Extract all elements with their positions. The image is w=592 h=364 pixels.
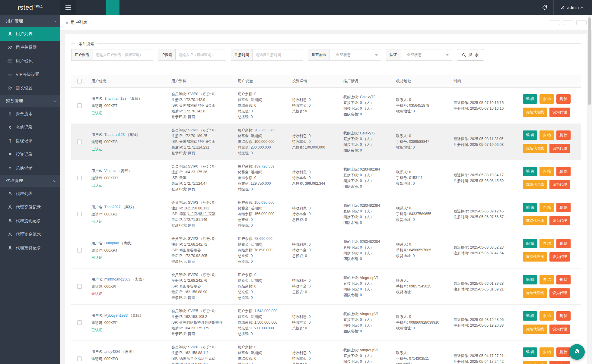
username-link[interactable]: Tuantran123 (104, 133, 125, 137)
row-checkbox[interactable] (77, 176, 82, 180)
row-checkbox[interactable] (77, 212, 82, 216)
sidebar-item-invest-records[interactable]: ⚑ 投资记录 (0, 148, 60, 161)
nav-tab-system-report[interactable] (80, 0, 93, 15)
balance-link[interactable]: 139.726.559 (254, 164, 275, 168)
row-checkbox[interactable] (77, 140, 82, 144)
set-agent-button[interactable]: 设为代理 (549, 361, 570, 364)
balance-link[interactable]: 1.648.000.000 (254, 309, 278, 313)
delete-button[interactable]: 删 除 (556, 167, 571, 176)
row-checkbox[interactable] (77, 284, 82, 289)
freeze-button[interactable]: 冻 结 (539, 311, 554, 321)
nav-tab-reward-management[interactable] (133, 0, 146, 15)
sidebar-item-agent-management[interactable]: 代理管理 (0, 175, 60, 187)
freeze-button[interactable]: 冻 结 (539, 130, 554, 140)
sidebar-item-agent-list[interactable]: 代理列表 (0, 187, 60, 200)
nav-tab-project-management[interactable] (93, 0, 106, 15)
sidebar-item-withdraw-records[interactable]: ₹ 提现记录 (0, 134, 60, 148)
nav-tab-user-center[interactable] (106, 0, 119, 15)
edit-button[interactable]: 编 辑 (523, 203, 537, 212)
search-button[interactable]: 搜 索 (457, 49, 484, 61)
edit-button[interactable]: 编 辑 (523, 130, 537, 140)
delete-button[interactable]: 删 除 (556, 311, 571, 321)
username-link[interactable]: MyDuyen1983 (104, 313, 128, 318)
row-checkbox[interactable] (77, 103, 82, 108)
set-agent-button[interactable]: 设为代理 (549, 180, 570, 189)
notification-float-button[interactable] (569, 344, 585, 360)
sidebar-item-recharge-records[interactable]: ₹ 充值记录 (0, 121, 60, 134)
sidebar-item-vip-level-settings[interactable]: ☆ VIP等级设置 (0, 68, 60, 81)
refresh-icon[interactable] (536, 0, 553, 15)
freeze-agent-line-button[interactable]: 冻结代理线 (523, 252, 547, 262)
username-link[interactable]: minhhoang2503 (104, 277, 130, 281)
menu-toggle-icon[interactable] (60, 0, 76, 15)
set-agent-button[interactable]: 设为代理 (549, 108, 570, 117)
edit-button[interactable]: 编 辑 (523, 239, 537, 248)
freeze-button[interactable]: 冻 结 (539, 167, 554, 176)
row-checkbox[interactable] (77, 248, 82, 253)
row-checkbox[interactable] (77, 356, 82, 361)
freeze-agent-line-button[interactable]: 冻结代理线 (523, 325, 547, 334)
frozen-select[interactable]: -- 全部状态 -- (329, 49, 381, 61)
delete-button[interactable]: 删 除 (556, 347, 571, 357)
sidebar-item-user-relations[interactable]: 用户关系网 (0, 41, 60, 54)
username-link[interactable]: Vinghia (104, 169, 116, 173)
freeze-agent-line-button[interactable]: 冻结代理线 (523, 288, 547, 298)
auth-select[interactable]: -- 全部状态 -- (400, 49, 452, 61)
freeze-user-button[interactable] (563, 20, 573, 25)
edit-button[interactable]: 编 辑 (523, 94, 537, 104)
balance-link[interactable]: 0 (254, 273, 256, 277)
delete-button[interactable]: 删 除 (556, 94, 571, 104)
edit-button[interactable]: 编 辑 (523, 275, 537, 284)
scrollbar-track[interactable] (588, 15, 591, 364)
freeze-agent-line-button[interactable]: 冻结代理线 (523, 361, 547, 364)
sidebar-item-user-list[interactable]: 用户列表 (0, 27, 60, 41)
select-all-checkbox[interactable] (77, 79, 82, 83)
sidebar-item-agent-invest-records[interactable]: 代理投资记录 (0, 241, 60, 255)
sidebar-item-user-management[interactable]: 用户管理 (0, 15, 60, 27)
username-link[interactable]: andy4386 (104, 350, 120, 354)
delete-button[interactable]: 删 除 (556, 275, 571, 284)
nav-tab-info-management[interactable] (119, 0, 133, 15)
username-link[interactable]: Dungdao (104, 241, 119, 245)
set-agent-button[interactable]: 设为代理 (549, 288, 570, 298)
ip-search-input[interactable] (175, 49, 226, 61)
add-user-button[interactable] (550, 20, 560, 25)
balance-link[interactable]: 0 (254, 92, 256, 96)
freeze-button[interactable]: 冻 结 (539, 94, 554, 104)
balance-link[interactable]: 156.090.000 (254, 200, 275, 205)
sidebar-item-agent-withdraw-records[interactable]: 代理提现记录 (0, 214, 60, 228)
freeze-button[interactable]: 冻 结 (539, 239, 554, 248)
nav-tab-system-management[interactable] (159, 0, 173, 15)
delete-button[interactable]: 删 除 (556, 203, 571, 212)
freeze-button[interactable]: 冻 结 (539, 203, 554, 212)
username-link[interactable]: Thao2027 (104, 205, 121, 209)
account-search-input[interactable] (93, 49, 153, 61)
admin-menu[interactable]: admin (553, 0, 592, 15)
set-agent-button[interactable]: 设为代理 (549, 252, 570, 262)
scrollbar-thumb[interactable] (588, 17, 591, 105)
freeze-button[interactable]: 冻 结 (539, 347, 554, 357)
freeze-agent-line-button[interactable]: 冻结代理线 (523, 180, 547, 189)
sidebar-item-leader-settings[interactable]: 团长设置 (0, 81, 60, 95)
delete-button[interactable]: 删 除 (556, 239, 571, 248)
sidebar-item-agent-fund-flow[interactable]: 代理资金流水 (0, 228, 60, 241)
row-checkbox[interactable] (77, 320, 82, 325)
set-agent-button[interactable]: 设为代理 (549, 325, 570, 334)
sidebar-item-finance-management[interactable]: 财务管理 (0, 95, 60, 107)
freeze-agent-line-button[interactable]: 冻结代理线 (523, 216, 547, 225)
edit-button[interactable]: 编 辑 (523, 311, 537, 321)
username-link[interactable]: Thanhlam123 (104, 96, 126, 101)
set-agent-button[interactable]: 设为代理 (549, 216, 570, 225)
nav-tab-yuebao[interactable] (146, 0, 159, 15)
sidebar-item-user-wallet[interactable]: 用户钱包 (0, 54, 60, 68)
delete-button[interactable]: 删 除 (556, 130, 571, 140)
freeze-button[interactable]: 冻 结 (539, 275, 554, 284)
edit-button[interactable]: 编 辑 (523, 347, 537, 357)
balance-link[interactable]: 78.690.000 (254, 237, 272, 241)
sidebar-item-exchange-records[interactable]: ≡ 兑换记录 (0, 161, 60, 175)
sidebar-item-fund-flow[interactable]: ฿ 资金流水 (0, 107, 60, 121)
delete-user-button[interactable] (576, 20, 587, 25)
edit-button[interactable]: 编 辑 (523, 167, 537, 176)
set-agent-button[interactable]: 设为代理 (549, 144, 570, 153)
freeze-agent-line-button[interactable]: 冻结代理线 (523, 108, 547, 117)
